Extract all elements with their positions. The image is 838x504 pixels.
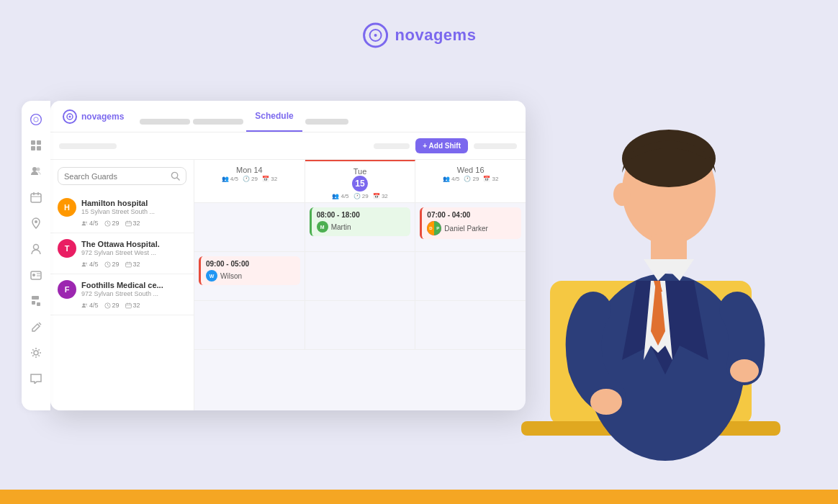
site-item-foothills[interactable]: F Foothills Medical ce... 972 Sylvan Str… [50,274,194,315]
cal-cell-foothills-tue[interactable] [305,301,416,349]
svg-point-31 [85,221,87,223]
svg-point-64 [613,183,631,206]
shift-time-wilson: 09:00 - 05:00 [206,260,295,268]
nav-guards-icon[interactable] [24,160,48,183]
svg-point-63 [622,130,716,187]
top-logo-text: novagems [395,26,477,45]
day-col-mon[interactable]: Mon 14 👥 4/5 🕐 29 📅 32 [194,160,305,202]
toolbar-placeholder-1 [59,143,117,149]
add-shift-button[interactable]: + Add Shift [415,138,468,153]
toolbar-placeholder-2 [374,143,410,149]
svg-line-29 [177,178,179,180]
shift-name-wilson: Wilson [220,272,242,280]
window-logo-icon [62,109,78,125]
cal-cell-ottawa-tue[interactable] [305,252,416,300]
svg-line-52 [107,305,109,306]
day-headers: Mon 14 👥 4/5 🕐 29 📅 32 Tue 15 👥 4/5 🕐 [194,160,526,203]
shift-block-wilson[interactable]: 09:00 - 05:00 W Wilson [199,256,300,285]
nav-logo [24,108,48,131]
svg-line-34 [107,223,109,224]
nav-calendar-icon[interactable] [24,186,48,209]
svg-point-3 [31,114,42,125]
tab-placeholder-3 [305,119,348,125]
site-avatar-ottawa: T [58,239,76,258]
header-tabs: Schedule [140,101,514,132]
svg-rect-22 [32,301,35,305]
site-avatar-hamilton: H [58,198,76,217]
nav-settings-icon[interactable] [24,341,48,364]
search-guards-input[interactable] [64,172,166,181]
svg-point-15 [35,220,37,223]
site-address-ottawa: 972 Sylvan Street West ... [81,249,160,256]
svg-point-39 [83,262,85,264]
nav-profile-icon[interactable] [24,238,48,261]
toolbar: + Add Shift [50,132,526,160]
shift-block-martin[interactable]: 08:00 - 18:00 M Martin [310,207,411,236]
day-stats-tue: 👥 4/5 🕐 29 📅 32 [308,193,413,199]
search-icon [171,171,180,181]
calendar-row-ottawa: 09:00 - 05:00 W Wilson [194,252,526,301]
svg-rect-21 [32,296,39,300]
svg-point-40 [85,262,87,264]
shift-person-wilson: W Wilson [206,270,295,282]
day-name-mon: Mon 14 [197,166,302,174]
tab-placeholder-1 [140,119,190,125]
nav-id-icon[interactable] [24,264,48,287]
svg-rect-8 [37,146,41,150]
cal-cell-hamilton-mon[interactable] [194,203,305,251]
calendar-grid: Mon 14 👥 4/5 🕐 29 📅 32 Tue 15 👥 4/5 🕐 [194,160,526,410]
svg-rect-44 [125,262,131,266]
svg-point-24 [34,351,38,355]
tab-placeholder-2 [193,119,243,125]
site-name-foothills: Foothills Medical ce... [81,280,163,290]
site-avatar-foothills: F [58,280,76,299]
site-item-hamilton[interactable]: H Hamilton hospital 15 Sylvan Street Sou… [50,192,194,233]
shift-name-martin: Martin [331,223,351,231]
site-item-ottawa[interactable]: T The Ottawa Hospital. 972 Sylvan Street… [50,233,194,274]
day-name-tue: Tue [353,167,367,176]
nav-messages-icon[interactable] [24,367,48,390]
day-num-tue: 15 [352,176,368,192]
person-illustration [478,58,824,475]
sidebar-navigation [22,101,50,410]
window-logo: novagems [62,109,124,125]
window-header: novagems Schedule [50,101,526,132]
svg-point-16 [34,245,39,250]
bottom-bar [0,490,838,504]
svg-rect-5 [31,140,35,145]
svg-point-30 [83,221,85,223]
tab-schedule[interactable]: Schedule [246,101,302,132]
nav-reports-icon[interactable] [24,289,48,312]
day-stats-mon: 👥 4/5 🕐 29 📅 32 [197,176,302,182]
calendar-rows: 08:00 - 18:00 M Martin 07:00 - 04:00 [194,203,526,410]
nav-edit-icon[interactable] [24,315,48,338]
site-address-foothills: 972 Sylvan Street South ... [81,290,163,297]
novagems-logo-icon [362,22,389,49]
svg-rect-35 [125,221,131,225]
svg-point-4 [34,117,38,122]
svg-rect-7 [31,146,35,150]
nav-location-icon[interactable] [24,212,48,235]
cal-cell-ottawa-mon[interactable]: 09:00 - 05:00 W Wilson [194,252,305,300]
nav-dashboard-icon[interactable] [24,134,48,157]
left-panel: H Hamilton hospital 15 Sylvan Street Sou… [50,160,194,410]
shift-person-martin: M Martin [317,221,406,233]
cal-cell-hamilton-tue[interactable]: 08:00 - 18:00 M Martin [305,203,416,251]
cal-cell-foothills-mon[interactable] [194,301,305,349]
site-name-ottawa: The Ottawa Hospital. [81,239,160,249]
site-stats-ottawa: 4/5 29 32 [58,261,186,268]
svg-point-49 [85,303,87,305]
search-box[interactable] [58,167,186,185]
site-stats-foothills: 4/5 29 32 [58,302,186,309]
shift-avatar-daniel: D P [427,221,441,235]
site-address-hamilton: 15 Sylvan Street South ... [81,208,155,215]
svg-point-9 [32,167,37,171]
svg-point-66 [590,389,622,415]
day-num-mon: 14 [253,166,262,174]
day-col-tue[interactable]: Tue 15 👥 4/5 🕐 29 📅 32 [305,160,416,202]
shift-time-martin: 08:00 - 18:00 [317,211,406,219]
calendar-row-foothills [194,301,526,350]
svg-point-67 [730,359,759,382]
svg-point-27 [69,115,71,117]
main-content: H Hamilton hospital 15 Sylvan Street Sou… [50,160,526,410]
